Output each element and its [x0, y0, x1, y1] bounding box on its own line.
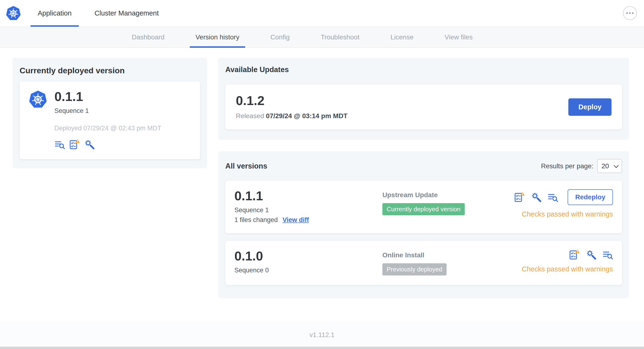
subnav-item-view-files[interactable]: View files	[439, 27, 478, 48]
deployed-version-card: 0.1.1 Sequence 1 Deployed 07/29/24 @ 02:…	[20, 82, 200, 159]
app-logo	[0, 0, 30, 26]
all-versions-header: All versions Results per page: 20	[225, 159, 622, 173]
page-footer: v1.112.1	[0, 321, 644, 349]
available-update-version: 0.1.2	[236, 94, 348, 107]
available-updates-title: Available Updates	[225, 66, 622, 74]
version-sequence: Sequence 1	[234, 206, 375, 214]
currently-deployed-panel: Currently deployed version 0.1.1 Sequenc…	[12, 58, 207, 168]
subnav-label-config: Config	[270, 34, 290, 41]
deploy-button[interactable]: Deploy	[568, 98, 612, 116]
deployed-version-number: 0.1.1	[54, 90, 161, 103]
checks-status-text: Checks passed with warnings	[522, 265, 613, 273]
files-changed-line: 1 files changed View diff	[234, 216, 375, 224]
subnav-label-view-files: View files	[444, 34, 472, 41]
status-badge: Currently deployed version	[382, 203, 465, 215]
released-label: Released	[236, 112, 264, 120]
version-number: 0.1.1	[234, 189, 375, 202]
tab-cluster-management-label: Cluster Management	[94, 9, 159, 17]
version-row-middle: Online Install Previously deployed	[382, 250, 515, 276]
preflight-checks-icon[interactable]	[514, 192, 525, 202]
version-source: Upstream Update	[382, 191, 507, 199]
version-source: Online Install	[382, 251, 515, 259]
all-versions-panel: All versions Results per page: 20 0.1.1 …	[218, 151, 629, 298]
tab-application[interactable]: Application	[30, 0, 79, 26]
available-updates-panel: Available Updates 0.1.2 Released 07/29/2…	[218, 58, 629, 140]
version-row-left: 0.1.1 Sequence 1 1 files changed View di…	[234, 189, 375, 224]
deployed-version-info: 0.1.1 Sequence 1 Deployed 07/29/24 @ 02:…	[54, 90, 161, 150]
available-update-card: 0.1.2 Released 07/29/24 @ 03:14 pm MDT D…	[225, 84, 622, 130]
top-nav: Application Cluster Management	[0, 0, 644, 27]
subnav-label-dashboard: Dashboard	[132, 34, 164, 41]
released-date: 07/29/24 @ 03:14 pm MDT	[266, 112, 348, 120]
version-sequence: Sequence 0	[234, 267, 375, 274]
files-changed-text: 1 files changed	[234, 216, 278, 224]
results-per-page-select[interactable]: 20	[597, 159, 622, 173]
edit-config-icon[interactable]	[586, 250, 596, 260]
version-row-action-icons	[569, 250, 613, 260]
version-row-action-icons: Redeploy	[514, 189, 613, 205]
horizontal-scrollbar[interactable]	[0, 346, 644, 349]
deploy-logs-icon[interactable]	[602, 250, 613, 260]
tab-application-label: Application	[38, 9, 72, 17]
subnav-item-version-history[interactable]: Version history	[190, 27, 245, 48]
subnav-item-dashboard[interactable]: Dashboard	[126, 27, 170, 48]
available-update-info: 0.1.2 Released 07/29/24 @ 03:14 pm MDT	[236, 94, 348, 120]
view-diff-link[interactable]: View diff	[282, 216, 309, 224]
edit-config-icon[interactable]	[84, 140, 94, 150]
deployed-version-actions	[54, 139, 161, 150]
preflight-checks-icon[interactable]	[69, 139, 80, 150]
subnav-item-config[interactable]: Config	[265, 27, 296, 48]
deployed-version-date: Deployed 07/29/24 @ 02:43 pm MDT	[54, 124, 161, 132]
version-row-left: 0.1.0 Sequence 0	[234, 250, 375, 274]
subnav-item-license[interactable]: License	[385, 27, 420, 48]
status-badge: Previously deployed	[382, 263, 446, 276]
main-content: Currently deployed version 0.1.1 Sequenc…	[0, 48, 644, 298]
version-row: 0.1.1 Sequence 1 1 files changed View di…	[225, 181, 622, 233]
deployed-version-sequence: Sequence 1	[54, 107, 161, 114]
subnav-item-troubleshoot[interactable]: Troubleshoot	[315, 27, 365, 48]
app-subnav: Dashboard Version history Config Trouble…	[0, 27, 644, 48]
edit-config-icon[interactable]	[531, 192, 541, 202]
kubernetes-logo	[29, 90, 47, 109]
deploy-logs-icon[interactable]	[548, 192, 558, 202]
subnav-label-license: License	[390, 34, 414, 41]
kubernetes-logo	[6, 6, 21, 21]
preflight-checks-icon[interactable]	[569, 250, 580, 260]
subnav-label-troubleshoot: Troubleshoot	[321, 34, 360, 41]
deployed-version-logo	[29, 90, 47, 150]
version-row: 0.1.0 Sequence 0 Online Install Previous…	[225, 241, 622, 285]
version-row-actions: Checks passed with warnings	[522, 250, 613, 273]
deployed-panel-title: Currently deployed version	[20, 66, 200, 75]
ellipsis-icon	[626, 12, 634, 14]
console-version: v1.112.1	[309, 331, 334, 339]
version-number: 0.1.0	[234, 250, 375, 262]
version-row-actions: Redeploy Checks passed with warnings	[514, 189, 613, 218]
available-update-released: Released 07/29/24 @ 03:14 pm MDT	[236, 112, 348, 120]
all-versions-title: All versions	[225, 162, 267, 170]
deploy-logs-icon[interactable]	[54, 139, 65, 150]
checks-status-text: Checks passed with warnings	[522, 210, 613, 218]
results-per-page-label: Results per page:	[541, 162, 594, 170]
subnav-label-version-history: Version history	[196, 34, 240, 41]
right-column: Available Updates 0.1.2 Released 07/29/2…	[218, 58, 629, 298]
tab-cluster-management[interactable]: Cluster Management	[87, 0, 166, 26]
results-per-page: Results per page: 20	[541, 159, 622, 173]
version-row-middle: Upstream Update Currently deployed versi…	[382, 189, 507, 215]
results-per-page-select-wrap: 20	[597, 159, 622, 173]
redeploy-button[interactable]: Redeploy	[568, 189, 613, 205]
overflow-menu-button[interactable]	[623, 6, 637, 20]
